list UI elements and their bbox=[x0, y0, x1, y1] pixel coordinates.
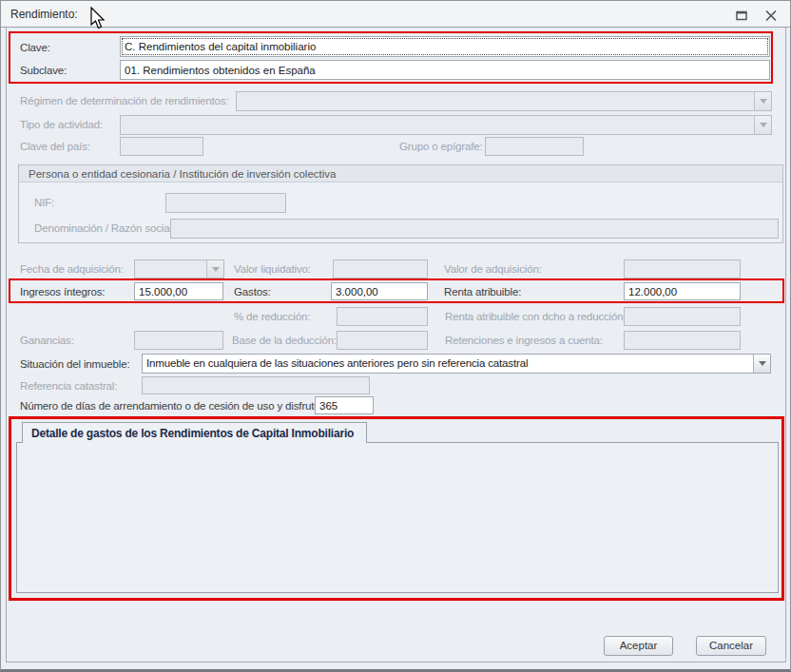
renta-con-reduccion-label: Renta atribuible con dcho a reducción: bbox=[445, 311, 627, 322]
close-button[interactable] bbox=[762, 9, 780, 23]
ganancias-label: Ganancias: bbox=[20, 335, 74, 346]
clave-pais-label: Clave del país: bbox=[20, 141, 90, 152]
gastos-input[interactable] bbox=[331, 282, 428, 300]
window-title: Rendimiento: bbox=[10, 8, 78, 21]
tab-detalle-gastos[interactable]: Detalle de gastos de los Rendimientos de… bbox=[22, 422, 367, 443]
num-dias-label: Número de días de arrendamiento o de ces… bbox=[20, 400, 320, 412]
nif-label: NIF: bbox=[34, 197, 54, 208]
fecha-adquisicion-label: Fecha de adquisición: bbox=[20, 263, 124, 275]
chevron-down-icon bbox=[754, 116, 771, 134]
chevron-down-icon[interactable] bbox=[753, 355, 770, 373]
fecha-adquisicion-select bbox=[134, 259, 224, 278]
persona-groupbox-title: Persona o entidad cesionaria / Instituci… bbox=[19, 165, 782, 182]
cancelar-button[interactable]: Cancelar bbox=[696, 636, 766, 656]
titlebar: Rendimiento: bbox=[1, 1, 790, 28]
valor-liquidativo-label: Valor liquidativo: bbox=[234, 263, 311, 275]
pct-reduccion-input bbox=[337, 307, 428, 326]
chevron-down-icon bbox=[206, 260, 223, 278]
gastos-label: Gastos: bbox=[234, 286, 271, 298]
pct-reduccion-label: % de reducción: bbox=[234, 311, 310, 322]
ganancias-input bbox=[134, 331, 223, 350]
referencia-catastral-label: Referencia catastral: bbox=[20, 380, 117, 392]
nif-input bbox=[165, 193, 286, 213]
subclave-input[interactable] bbox=[120, 60, 770, 80]
renta-con-reduccion-input bbox=[624, 307, 741, 326]
referencia-catastral-input bbox=[142, 376, 370, 394]
denominacion-input bbox=[170, 219, 779, 239]
grupo-epigrafe-input bbox=[485, 137, 584, 156]
retenciones-input bbox=[624, 331, 741, 350]
valor-adquisicion-label: Valor de adquisición: bbox=[444, 263, 542, 275]
tipo-actividad-label: Tipo de actividad: bbox=[20, 119, 103, 130]
num-dias-input[interactable] bbox=[315, 396, 374, 414]
clave-input[interactable] bbox=[120, 36, 770, 57]
close-icon bbox=[764, 10, 778, 22]
valor-adquisicion-input bbox=[624, 259, 741, 278]
situacion-inmueble-label: Situación del inmueble: bbox=[20, 358, 129, 370]
restore-icon bbox=[735, 10, 748, 22]
clave-pais-input bbox=[120, 137, 203, 156]
renta-atribuible-input[interactable] bbox=[624, 282, 741, 300]
chevron-down-icon bbox=[754, 92, 771, 110]
aceptar-button[interactable]: Aceptar bbox=[604, 636, 673, 656]
detalle-gastos-panel bbox=[16, 442, 779, 593]
valor-liquidativo-input bbox=[333, 259, 428, 278]
ingresos-integros-input[interactable] bbox=[134, 282, 223, 300]
situacion-inmueble-value: Inmueble en cualquiera de las situacione… bbox=[146, 357, 751, 369]
base-deduccion-input bbox=[337, 331, 428, 350]
retenciones-label: Retenciones e ingresos a cuenta: bbox=[445, 335, 603, 346]
tipo-actividad-select bbox=[120, 115, 772, 135]
ingresos-integros-label: Ingresos íntegros: bbox=[20, 286, 105, 298]
restore-button[interactable] bbox=[733, 9, 750, 23]
denominacion-label: Denominación / Razón social: bbox=[34, 222, 175, 234]
rendimiento-dialog: Rendimiento: Clave: Subclave: Régimen de… bbox=[0, 0, 791, 672]
situacion-inmueble-select[interactable]: Inmueble en cualquiera de las situacione… bbox=[142, 354, 771, 374]
subclave-label: Subclave: bbox=[20, 65, 67, 76]
regimen-label: Régimen de determinación de rendimientos… bbox=[20, 95, 229, 106]
clave-label: Clave: bbox=[20, 42, 50, 53]
regimen-select bbox=[236, 91, 772, 111]
grupo-epigrafe-label: Grupo o epígrafe: bbox=[399, 141, 483, 152]
base-deduccion-label: Base de la deducción: bbox=[232, 335, 337, 346]
renta-atribuible-label: Renta atribuible: bbox=[444, 286, 521, 298]
